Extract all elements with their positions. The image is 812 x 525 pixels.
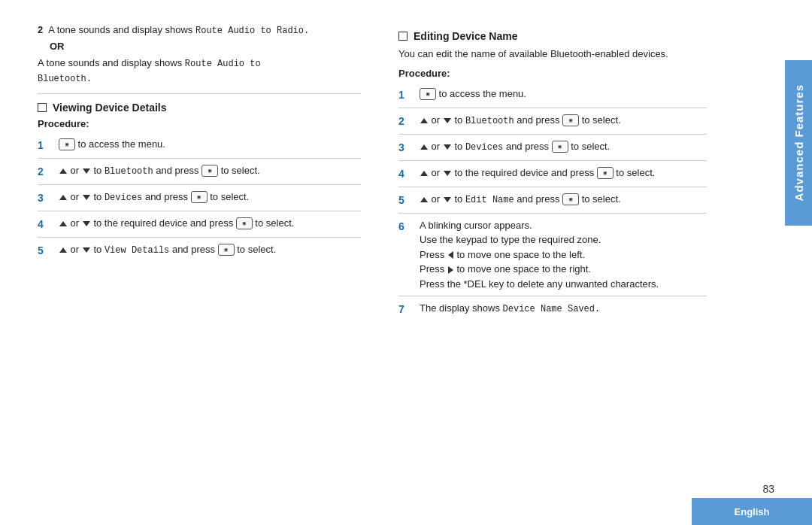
editing-step-4: 4 or to the required device and press ▣ … xyxy=(398,161,707,187)
edit-arrow-up-3 xyxy=(420,144,428,150)
edit-step-num-1: 1 xyxy=(398,87,414,103)
editing-intro: You can edit the name of available Bluet… xyxy=(398,47,707,62)
edit-ok-icon-3: ▣ xyxy=(552,141,568,153)
page-number: 83 xyxy=(762,483,774,495)
edit-arrow-down-4 xyxy=(444,171,451,176)
editing-bullet xyxy=(398,32,408,41)
page-container: 2 A tone sounds and display shows Route … xyxy=(0,0,812,525)
edit-step-content-1: ▣ to access the menu. xyxy=(420,86,707,102)
side-tab-label: Advanced Features xyxy=(792,84,805,201)
edit-arrow-up-2 xyxy=(420,118,428,123)
step-content-2: or to Bluetooth and press ▣ to select. xyxy=(59,163,361,178)
edit-code-devices: Devices xyxy=(465,142,503,153)
edit-step-num-6: 6 xyxy=(398,219,414,235)
intro-code2: Route Audio toBluetooth. xyxy=(38,59,261,84)
ok-icon-2: ▣ xyxy=(201,165,218,177)
edit-step-content-7: The display shows Device Name Saved. xyxy=(420,301,707,316)
ok-icon-3: ▣ xyxy=(191,191,208,203)
english-label: English xyxy=(735,506,770,517)
step-content-3: or to Devices and press ▣ to select. xyxy=(59,190,361,205)
editing-step-6: 6 A blinking cursor appears. Use the key… xyxy=(398,214,707,297)
intro-step-2: 2 A tone sounds and display shows Route … xyxy=(38,23,361,86)
right-column: Editing Device Name You can edit the nam… xyxy=(383,23,752,525)
step-num-5: 5 xyxy=(38,243,53,259)
step-num-1: 1 xyxy=(38,138,53,153)
code-viewdetails: View Details xyxy=(105,245,169,256)
step-content-1: ▣ to access the menu. xyxy=(59,137,361,152)
edit-ok-icon-5: ▣ xyxy=(562,193,579,205)
viewing-section-header: Viewing Device Details xyxy=(38,102,361,114)
arrow-up-icon-2 xyxy=(59,168,67,174)
viewing-step-list: 1 ▣ to access the menu. 2 or to Bluetoot… xyxy=(38,132,361,263)
viewing-bullet xyxy=(38,103,47,112)
editing-procedure-label: Procedure: xyxy=(398,68,707,79)
editing-step-7: 7 The display shows Device Name Saved. xyxy=(398,296,707,322)
edit-code-editname: Edit Name xyxy=(465,195,514,205)
english-badge: English xyxy=(692,498,812,525)
intro-code1: Route Audio to Radio. xyxy=(195,26,309,36)
edit-ok-icon-4: ▣ xyxy=(597,167,614,179)
edit-step-num-4: 4 xyxy=(398,166,414,182)
viewing-step-3: 3 or to Devices and press ▣ to select. xyxy=(38,185,361,211)
arrow-down-icon-2 xyxy=(83,168,90,174)
edit-step-num-3: 3 xyxy=(398,140,414,156)
viewing-procedure-label: Procedure: xyxy=(38,118,361,129)
editing-title: Editing Device Name xyxy=(414,30,518,42)
arrow-down-icon-3 xyxy=(83,195,90,200)
arrow-down-icon-4 xyxy=(83,221,90,226)
edit-arrow-down-3 xyxy=(444,144,451,150)
step-num-3: 3 xyxy=(38,190,53,206)
viewing-step-1: 1 ▣ to access the menu. xyxy=(38,132,361,159)
edit-step-content-5: or to Edit Name and press ▣ to select. xyxy=(420,192,707,207)
editing-step-5: 5 or to Edit Name and press ▣ to select. xyxy=(398,187,707,214)
edit-step-content-3: or to Devices and press ▣ to select. xyxy=(420,139,707,154)
intro-or: OR xyxy=(50,39,361,54)
editing-step-list: 1 ▣ to access the menu. 2 or to Bluetoot… xyxy=(398,82,707,323)
viewing-title: Viewing Device Details xyxy=(53,102,166,114)
ok-icon-1: ▣ xyxy=(59,138,75,150)
step-content-4: or to the required device and press ▣ to… xyxy=(59,216,361,231)
ok-icon-5: ▣ xyxy=(218,244,235,256)
edit-code-saved: Device Name Saved. xyxy=(503,304,601,314)
step-content-5: or to View Details and press ▣ to select… xyxy=(59,242,361,257)
arrow-up-icon-4 xyxy=(59,221,67,226)
editing-step-1: 1 ▣ to access the menu. xyxy=(398,82,707,108)
ok-icon-4: ▣ xyxy=(236,217,253,229)
intro-num: 2 xyxy=(38,24,43,35)
edit-arrow-right-6 xyxy=(448,266,453,274)
edit-ok-icon-1: ▣ xyxy=(420,88,436,100)
edit-step-num-7: 7 xyxy=(398,302,414,317)
code-bluetooth-2: Bluetooth xyxy=(105,166,153,177)
arrow-up-icon-3 xyxy=(59,195,67,200)
editing-step-2: 2 or to Bluetooth and press ▣ to select. xyxy=(398,108,707,135)
edit-arrow-left-6 xyxy=(448,251,453,259)
edit-step-num-5: 5 xyxy=(398,193,414,208)
step-num-4: 4 xyxy=(38,217,53,232)
viewing-step-5: 5 or to View Details and press ▣ to sele… xyxy=(38,238,361,263)
edit-step-content-4: or to the required device and press ▣ to… xyxy=(420,165,707,181)
step-num-2: 2 xyxy=(38,164,53,180)
editing-step-3: 3 or to Devices and press ▣ to select. xyxy=(398,135,707,161)
edit-arrow-up-4 xyxy=(420,171,428,176)
edit-step-content-6: A blinking cursor appears. Use the keypa… xyxy=(420,218,707,292)
edit-step-num-2: 2 xyxy=(398,114,414,129)
viewing-step-2: 2 or to Bluetooth and press ▣ to select. xyxy=(38,159,361,185)
edit-code-bluetooth: Bluetooth xyxy=(465,116,514,126)
editing-section-header: Editing Device Name xyxy=(398,30,707,42)
edit-step-content-2: or to Bluetooth and press ▣ to select. xyxy=(420,113,707,128)
arrow-up-icon-5 xyxy=(59,247,67,253)
viewing-step-4: 4 or to the required device and press ▣ … xyxy=(38,211,361,238)
edit-arrow-up-5 xyxy=(420,197,428,202)
edit-arrow-down-5 xyxy=(444,197,451,202)
edit-arrow-down-2 xyxy=(444,118,451,123)
code-devices-3: Devices xyxy=(105,193,142,203)
arrow-down-icon-5 xyxy=(83,247,90,253)
side-tab: Advanced Features xyxy=(785,60,812,226)
intro-divider xyxy=(38,93,361,94)
left-column: 2 A tone sounds and display shows Route … xyxy=(0,23,383,525)
edit-ok-icon-2: ▣ xyxy=(562,114,579,126)
